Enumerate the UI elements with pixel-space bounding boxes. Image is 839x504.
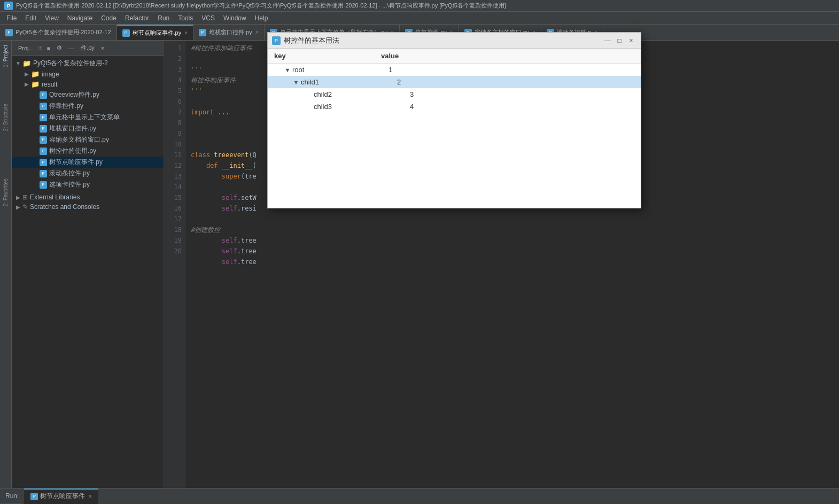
menu-refactor[interactable]: Refactor — [121, 13, 153, 23]
proj-btn-close[interactable]: × — [98, 44, 107, 52]
title-bar: P PyQt5各个复杂控件使用-2020-02-12 [D:\Byrbt2018… — [0, 0, 839, 12]
file-icon-dock: P — [40, 103, 47, 110]
tree-label-image: image — [42, 71, 59, 78]
tab-stack-close[interactable]: × — [255, 29, 259, 35]
key-root: root — [292, 66, 389, 74]
tree-label-tabwidget: 选项卡控件.py — [49, 180, 90, 189]
proj-btn-proj[interactable]: Proj... — [15, 44, 37, 52]
tree-label-extlibs: External Libraries — [30, 193, 80, 201]
tab-stack-label: 堆栈窗口控件.py — [209, 28, 252, 36]
tree-item-stack[interactable]: P 堆栈窗口控件.py — [12, 123, 164, 134]
tree-item-mdi[interactable]: P 容纳多文档的窗口.py — [12, 134, 164, 145]
dialog-row-child2[interactable]: child2 3 — [268, 88, 641, 100]
dialog-row-child1[interactable]: ▼ child1 2 — [268, 76, 641, 88]
line-numbers: 1 2 3 4 5 6 7 8 9 10 11 12 13 14 15 16 1… — [164, 41, 185, 488]
bottom-panel: Run: P 树节点响应事件 × ↺ ↑ ■ ↓ ⏸ ⇌ 🖨 📌 D:\Inst… — [0, 488, 839, 504]
tree-item-result[interactable]: ▶ 📁 result — [12, 79, 164, 89]
tab-stack-icon: P — [199, 29, 206, 36]
menu-bar: File Edit View Navigate Code Refactor Ru… — [0, 12, 839, 25]
val-child1: 2 — [397, 78, 634, 86]
tree-label-stack: 堆栈窗口控件.py — [49, 124, 96, 133]
key-child1: child1 — [301, 78, 397, 86]
tab-folder-label: PyQt5各个复杂控件使用-2020-02-12 — [15, 28, 111, 36]
tree-item-scrollbar[interactable]: P 滚动条控件.py — [12, 168, 164, 179]
run-label: Run: — [0, 492, 24, 500]
tree-item-image[interactable]: ▶ 📁 image — [12, 69, 164, 79]
tree-item-cell-menu[interactable]: P 单元格中显示上下文菜单 — [12, 112, 164, 123]
bottom-tabs: Run: P 树节点响应事件 × — [0, 489, 839, 503]
tab-main-file[interactable]: P 树节点响应事件.py × — [117, 25, 194, 41]
menu-code[interactable]: Code — [97, 13, 121, 23]
menu-window[interactable]: Window — [219, 13, 251, 23]
tree-item-dock[interactable]: P 停靠控件.py — [12, 100, 164, 112]
tab-project-folder[interactable]: P PyQt5各个复杂控件使用-2020-02-12 — [0, 25, 117, 41]
menu-view[interactable]: View — [41, 13, 63, 23]
dialog-row-child3[interactable]: child3 4 — [268, 100, 641, 113]
menu-vcs[interactable]: VCS — [197, 13, 219, 23]
strip-structure[interactable]: 2: Structure — [2, 102, 10, 134]
bottom-tab-label: 树节点响应事件 — [40, 492, 85, 501]
key-child2: child2 — [314, 90, 410, 98]
strip-favorites[interactable]: 2: Favorites — [2, 176, 10, 208]
menu-help[interactable]: Help — [251, 13, 273, 23]
proj-btn-file[interactable]: 件.py — [77, 43, 98, 53]
menu-navigate[interactable]: Navigate — [63, 13, 97, 23]
proj-btn-gear[interactable]: ⚙ — [53, 43, 65, 52]
tree-item-tabwidget[interactable]: P 选项卡控件.py — [12, 179, 164, 190]
tree-item-qtreeview[interactable]: P Qtreeview控件.py — [12, 89, 164, 100]
folder-icon-root: 📁 — [22, 59, 31, 67]
strip-project[interactable]: 1: Project — [2, 43, 10, 69]
tree-arrow-scratches: ▶ — [14, 204, 22, 210]
bottom-tab-run[interactable]: P 树节点响应事件 × — [24, 489, 98, 503]
bottom-tab-close[interactable]: × — [88, 493, 92, 500]
dialog-maximize-btn[interactable]: □ — [614, 35, 625, 46]
file-icon-stack: P — [40, 125, 47, 133]
tree-arrow-root: ▼ — [14, 60, 22, 66]
title-text: PyQt5各个复杂控件使用-2020-02-12 [D:\Byrbt2018\R… — [16, 2, 506, 10]
tree-label-qtreeview: Qtreeview控件.py — [49, 90, 99, 99]
tree-label-scrollbar: 滚动条控件.py — [49, 169, 90, 178]
code-line-17 — [191, 214, 834, 224]
menu-tools[interactable]: Tools — [174, 13, 197, 23]
project-toolbar: Proj... ⊕ ≡ ⚙ — 件.py × — [12, 41, 164, 56]
file-icon-tree-event: P — [40, 159, 47, 166]
key-child3: child3 — [314, 103, 410, 111]
tab-stack[interactable]: P 堆栈窗口控件.py × — [193, 25, 265, 41]
tree-label-tree-widget: 树控件的使用.py — [49, 146, 96, 156]
dialog-col-value: value — [381, 52, 634, 60]
file-icon-cell-menu: P — [40, 114, 47, 121]
dialog-row-root[interactable]: ▼ root 1 — [268, 64, 641, 76]
menu-edit[interactable]: Edit — [21, 13, 41, 23]
dialog-icon: P — [272, 36, 281, 45]
tree-item-tree-event[interactable]: P 树节点响应事件.py — [12, 157, 164, 168]
tree-arrow-image: ▶ — [22, 71, 31, 77]
file-icon-qtreeview: P — [40, 91, 47, 99]
tree-dialog[interactable]: P 树控件的基本用法 — □ × key value ▼ root 1 ▼ ch… — [267, 32, 641, 208]
proj-btn-dash[interactable]: — — [65, 44, 77, 52]
dialog-minimize-btn[interactable]: — — [602, 35, 613, 46]
val-child2: 3 — [410, 90, 634, 98]
dialog-col-key: key — [274, 52, 381, 60]
bottom-tab-icon: P — [30, 493, 38, 500]
menu-file[interactable]: File — [2, 13, 21, 23]
file-icon-mdi: P — [40, 136, 47, 144]
arrow-child1: ▼ — [291, 79, 301, 86]
tree-label-scratches: Scratches and Consoles — [30, 203, 99, 211]
tree-item-tree-widget[interactable]: P 树控件的使用.py — [12, 145, 164, 157]
proj-btn-sync[interactable]: ≡ — [44, 44, 53, 52]
dialog-header-row: key value — [268, 49, 641, 64]
tree-item-extlibs[interactable]: ▶ ⊞ External Libraries — [12, 192, 164, 202]
menu-run[interactable]: Run — [153, 13, 174, 23]
tree-arrow-result: ▶ — [22, 81, 31, 87]
val-root: 1 — [389, 66, 634, 74]
tree-label-tree-event: 树节点响应事件.py — [49, 158, 103, 167]
code-line-21: self.tree — [191, 257, 834, 267]
tab-main-icon: P — [122, 29, 130, 37]
tab-folder-icon: P — [5, 29, 13, 36]
tab-main-close[interactable]: × — [184, 30, 188, 36]
project-tree: ▼ 📁 PyQt5各个复杂控件使用-2 ▶ 📁 image ▶ 📁 result… — [12, 56, 164, 488]
tree-item-scratches[interactable]: ▶ ✎ Scratches and Consoles — [12, 202, 164, 212]
dialog-close-btn[interactable]: × — [626, 35, 636, 46]
arrow-root: ▼ — [283, 67, 292, 73]
tree-item-root[interactable]: ▼ 📁 PyQt5各个复杂控件使用-2 — [12, 58, 164, 69]
